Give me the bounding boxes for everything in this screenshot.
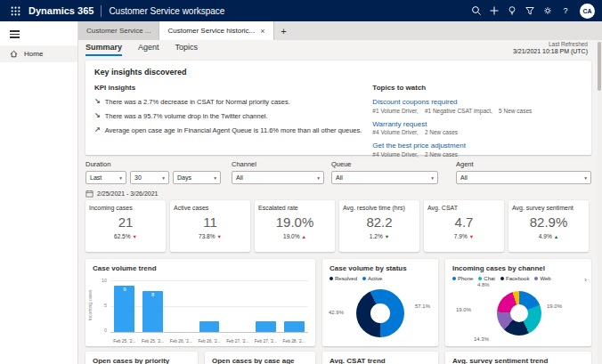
kpi-card[interactable]: Incoming cases2162.5%▼ (85, 200, 166, 252)
insight-item: ↘ There was a 95.7% volume drop in the T… (94, 112, 365, 120)
bar[interactable] (256, 321, 276, 332)
bar-slot: 8 (139, 280, 167, 332)
kpi-title: Escalated rate (258, 205, 331, 211)
app-name[interactable]: Dynamics 365 (28, 5, 94, 16)
legend-item[interactable]: Web (534, 276, 550, 281)
hamburger-menu-icon[interactable] (0, 21, 27, 45)
legend-item[interactable]: Chat (478, 276, 495, 281)
y-axis-tick: 5 (96, 303, 107, 308)
trend-up-icon: ↗ (94, 126, 101, 133)
duration-unit-select[interactable]: Days ▾ (173, 171, 221, 184)
topic-link[interactable]: Warranty request (372, 120, 582, 128)
duration-type-select[interactable]: Last ▾ (85, 171, 126, 184)
bar[interactable]: 8 (142, 291, 163, 332)
kpi-card[interactable]: Escalated rate19.0%19.0%▲ (255, 200, 335, 252)
kpi-change-value: 19.0% (283, 233, 299, 239)
topic-link[interactable]: Discount coupons required (372, 98, 582, 106)
legend-item[interactable]: Resolved (329, 276, 357, 281)
y-axis-title: Incoming cases (87, 289, 93, 320)
topic-link[interactable]: Get the best price adjustment (372, 142, 582, 150)
app-launcher-icon[interactable] (7, 3, 23, 19)
bar[interactable] (284, 321, 305, 332)
bar-chart-yticks: 1050 (96, 278, 107, 333)
kpi-change: 19.0%▲ (258, 233, 331, 239)
agent-filter-label: Agent (456, 160, 474, 168)
bar[interactable] (199, 321, 220, 332)
queue-select[interactable]: All ▾ (331, 171, 438, 184)
kpi-change: 4.9%▲ (512, 233, 585, 239)
kpi-insights-title: KPI insights (94, 84, 365, 92)
legend-item[interactable]: Phone (452, 276, 473, 281)
gridline (110, 280, 308, 281)
scrollbar-thumb[interactable] (598, 42, 601, 91)
kpi-value: 82.9% (512, 214, 585, 230)
trend-up-icon: ▲ (301, 234, 305, 239)
duration-filter-label: Duration (85, 160, 110, 168)
home-icon (9, 49, 19, 59)
last-refreshed-value: 3/21/2021 10:18 PM (UTC) (513, 48, 588, 54)
kpi-card[interactable]: Avg. survey sentiment82.9%4.9%▲ (508, 200, 589, 252)
kpi-title: Active cases (174, 205, 247, 211)
search-icon[interactable] (468, 2, 485, 20)
legend-item[interactable]: Facebook (500, 276, 529, 281)
kpi-card[interactable]: Avg. resolve time (hrs)82.21.2%▼ (339, 200, 419, 252)
insight-text: There was a 2.7% decrease in CSAT for No… (105, 98, 290, 106)
tab-customer-service-historical[interactable]: Customer Service historic... × (159, 21, 273, 40)
avatar[interactable]: CA (580, 4, 595, 19)
sidebar-item-home[interactable]: Home (0, 45, 77, 62)
settings-gear-icon[interactable] (539, 2, 557, 20)
agent-select[interactable]: All ▾ (456, 171, 591, 184)
legend-dot (362, 277, 366, 280)
tab-customer-service[interactable]: Customer Service ... (78, 21, 159, 40)
chart-title: Avg. survey sentiment trend (445, 352, 591, 364)
help-icon[interactable]: ? (557, 2, 574, 20)
chevron-down-icon: ▾ (162, 175, 165, 181)
insights-title: Key insights discovered (85, 61, 591, 84)
chart-title: Open cases by priority (85, 352, 198, 364)
chart-title: Open cases by case age (205, 352, 315, 364)
lightbulb-icon[interactable] (503, 2, 521, 20)
bar[interactable]: 9 (114, 286, 134, 332)
dashboard-main: Summary Agent Topics Last Refreshed 3/21… (78, 40, 597, 364)
kpi-card[interactable]: Active cases1173.8%▼ (170, 200, 250, 252)
vertical-scrollbar[interactable] (597, 40, 602, 364)
legend-more-chevron-icon[interactable]: › (584, 276, 587, 284)
topics-to-watch-column: Topics to watch Discount coupons require… (372, 84, 582, 164)
filter-icon[interactable] (521, 2, 539, 20)
tab-topics[interactable]: Topics (175, 43, 199, 56)
kpi-change: 73.8%▼ (174, 233, 247, 239)
quick-create-icon[interactable] (485, 2, 503, 20)
view-tabs: Summary Agent Topics (85, 43, 198, 56)
chart-title: Incoming cases by channel (445, 259, 591, 272)
insight-text: Average open case age in Financial Agent… (105, 126, 362, 134)
sidebar: Home (0, 21, 78, 364)
case-status-donut-chart[interactable] (356, 289, 404, 337)
kpi-card[interactable]: Avg. CSAT4.77.9%▼ (424, 200, 504, 252)
gridline (110, 306, 308, 307)
topic-meta: #4 Volume Driver, 2 New cases (372, 151, 582, 158)
channel-donut-chart[interactable] (497, 291, 541, 336)
kpi-insights-column: KPI insights ↘ There was a 2.7% decrease… (94, 84, 372, 164)
kpi-title: Incoming cases (89, 205, 162, 211)
new-tab-button[interactable]: + (274, 21, 294, 40)
legend-label: Active (368, 276, 382, 281)
x-axis-label: Feb 25, '2... (139, 339, 167, 344)
chart-title: Case volume by status (322, 259, 438, 272)
select-value: All (236, 174, 243, 181)
kpi-value: 82.2 (343, 214, 416, 230)
open-cases-by-priority-card: Open cases by priority (85, 352, 198, 364)
duration-count-select[interactable]: 30 ▾ (130, 171, 169, 184)
topic-meta: #4 Volume Driver, 2 New cases (372, 129, 582, 135)
bar-value-label: 9 (114, 287, 134, 292)
avg-csat-trend-card: Avg. CSAT trend (322, 352, 438, 364)
select-value: 30 (134, 174, 142, 181)
tab-label: Customer Service ... (86, 27, 150, 35)
svg-text:?: ? (563, 6, 567, 15)
tab-agent[interactable]: Agent (138, 43, 159, 56)
chevron-down-icon: ▾ (317, 175, 320, 181)
close-tab-icon[interactable]: × (260, 27, 264, 36)
tab-summary[interactable]: Summary (85, 43, 122, 56)
channel-select[interactable]: All ▾ (232, 171, 324, 184)
topic-item: Get the best price adjustment #4 Volume … (372, 142, 582, 158)
legend-item[interactable]: Active (362, 276, 382, 281)
